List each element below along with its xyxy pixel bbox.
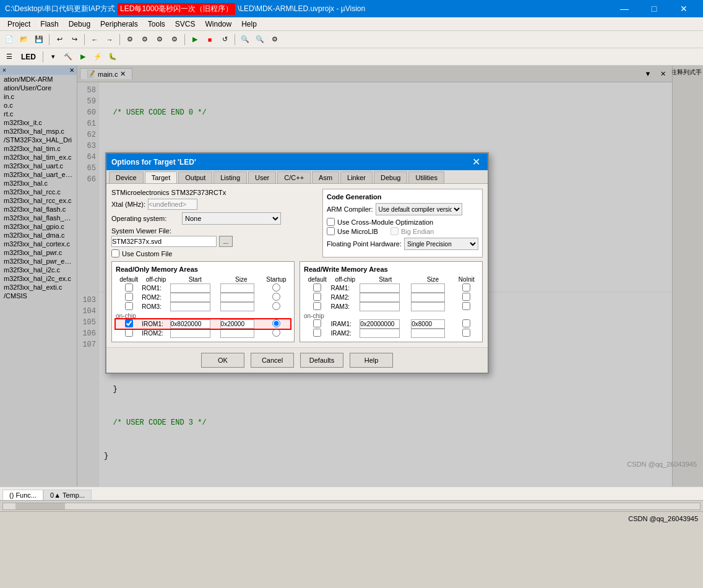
os-select[interactable]: None — [182, 212, 281, 225]
menu-project[interactable]: Project — [2, 19, 35, 30]
tab-cpp[interactable]: C/C++ — [277, 171, 311, 183]
save-btn[interactable]: 💾 — [32, 33, 46, 46]
tab-debug[interactable]: Debug — [374, 171, 407, 183]
menu-flash[interactable]: Flash — [35, 19, 63, 30]
iram1-size-input[interactable] — [411, 319, 445, 329]
rom1-startup-radio[interactable] — [272, 283, 280, 292]
debug-start-btn[interactable]: 🐛 — [106, 50, 119, 64]
minimize-button[interactable]: — — [610, 0, 639, 17]
ram2-default-cb[interactable] — [313, 293, 321, 301]
custom-file-checkbox[interactable] — [111, 249, 119, 257]
tab-utilities[interactable]: Utilities — [408, 171, 444, 183]
iram1-start-input[interactable] — [360, 319, 400, 329]
iram1-noinit-cb[interactable] — [462, 319, 470, 327]
irom1-default-cb[interactable] — [125, 319, 133, 327]
rom3-start-input[interactable] — [170, 302, 210, 311]
fwd-btn[interactable]: → — [103, 33, 116, 46]
scrollbar-track[interactable] — [2, 503, 701, 510]
rom3-startup-radio[interactable] — [272, 302, 280, 310]
ram1-default-cb[interactable] — [313, 283, 321, 292]
build-all-btn[interactable]: ▶ — [76, 50, 90, 64]
tab-asm[interactable]: Asm — [312, 171, 339, 183]
irom1-size-input[interactable] — [220, 319, 254, 329]
reload-btn[interactable]: ↺ — [218, 33, 231, 46]
cancel-button[interactable]: Cancel — [251, 353, 294, 368]
rom2-startup-radio[interactable] — [272, 293, 280, 301]
target-select[interactable]: ▾ — [46, 50, 60, 64]
misc-btn[interactable]: ⚙ — [268, 33, 282, 46]
arm-compiler-select[interactable]: Use default compiler version 5 — [376, 203, 462, 215]
xtal-input[interactable] — [148, 199, 197, 210]
rom3-size-input[interactable] — [220, 302, 254, 311]
close-button[interactable]: ✕ — [670, 0, 698, 17]
iram2-start-input[interactable] — [360, 329, 400, 338]
compile-btn[interactable]: 🔨 — [61, 50, 75, 64]
ram2-start-input[interactable] — [360, 293, 400, 302]
ram2-size-input[interactable] — [411, 293, 445, 302]
flash-btn[interactable]: ⚡ — [91, 50, 105, 64]
rom1-start-input[interactable] — [170, 283, 210, 293]
menu-peripherals[interactable]: Peripherals — [95, 19, 143, 30]
irom2-size-input[interactable] — [220, 329, 254, 338]
irom2-default-cb[interactable] — [125, 329, 133, 337]
ram1-noinit-cb[interactable] — [462, 283, 470, 292]
btn2[interactable]: ⚙ — [138, 33, 152, 46]
ram1-start-input[interactable] — [360, 283, 400, 293]
rom2-start-input[interactable] — [170, 293, 210, 302]
tab-listing[interactable]: Listing — [213, 171, 247, 183]
irom2-startup-radio[interactable] — [272, 329, 280, 337]
iram2-default-cb[interactable] — [313, 329, 321, 337]
help-button[interactable]: Help — [350, 353, 393, 368]
tab-user[interactable]: User — [248, 171, 276, 183]
defaults-button[interactable]: Defaults — [300, 353, 343, 368]
back-btn[interactable]: ← — [88, 33, 101, 46]
maximize-button[interactable]: □ — [640, 0, 668, 17]
svd-input[interactable] — [111, 236, 217, 247]
irom1-startup-radio[interactable] — [272, 319, 280, 327]
tab-output[interactable]: Output — [178, 171, 212, 183]
microlib-checkbox[interactable] — [327, 227, 335, 235]
menu-debug[interactable]: Debug — [64, 19, 95, 30]
zoom-btn[interactable]: 🔍 — [253, 33, 267, 46]
iram2-noinit-cb[interactable] — [462, 329, 470, 337]
redo-btn[interactable]: ↪ — [67, 33, 81, 46]
menu-window[interactable]: Window — [200, 19, 236, 30]
ram2-noinit-cb[interactable] — [462, 293, 470, 301]
rom3-default-cb[interactable] — [125, 302, 133, 310]
build-btn[interactable]: ▶ — [188, 33, 202, 46]
scrollbar-thumb[interactable] — [15, 503, 65, 509]
bigendian-checkbox[interactable] — [390, 227, 399, 235]
tab-device[interactable]: Device — [109, 171, 144, 183]
cross-module-checkbox[interactable] — [327, 218, 335, 226]
iram2-size-input[interactable] — [411, 329, 445, 338]
btn3[interactable]: ⚙ — [153, 33, 166, 46]
search-btn[interactable]: 🔍 — [238, 33, 252, 46]
undo-btn[interactable]: ↩ — [53, 33, 66, 46]
menu-svcs[interactable]: SVCS — [170, 19, 201, 30]
irom2-start-input[interactable] — [170, 329, 210, 338]
ram3-size-input[interactable] — [411, 302, 445, 311]
menu-help[interactable]: Help — [236, 19, 262, 30]
fp-hw-select[interactable]: Single Precision — [404, 238, 478, 250]
irom1-start-input[interactable] — [170, 319, 210, 329]
ok-button[interactable]: OK — [201, 353, 244, 368]
svd-browse-btn[interactable]: ... — [219, 236, 233, 247]
tab-linker[interactable]: Linker — [340, 171, 373, 183]
sidebar-toggle[interactable]: ☰ — [2, 50, 16, 64]
bottom-tab-func[interactable]: () Func... — [2, 490, 43, 500]
dialog-close-button[interactable]: ✕ — [470, 156, 483, 168]
ram3-noinit-cb[interactable] — [462, 302, 470, 310]
rom1-default-cb[interactable] — [125, 283, 133, 292]
new-file-btn[interactable]: 📄 — [2, 33, 16, 46]
open-btn[interactable]: 📂 — [17, 33, 31, 46]
iram1-default-cb[interactable] — [313, 319, 321, 327]
stop-btn[interactable]: ■ — [203, 33, 217, 46]
btn1[interactable]: ⚙ — [123, 33, 137, 46]
tab-target[interactable]: Target — [145, 171, 178, 183]
ram3-default-cb[interactable] — [313, 302, 321, 310]
bottom-tab-temp[interactable]: 0▲ Temp... — [43, 490, 92, 500]
ram1-size-input[interactable] — [411, 283, 445, 293]
menu-tools[interactable]: Tools — [143, 19, 170, 30]
btn4[interactable]: ⚙ — [168, 33, 181, 46]
rom1-size-input[interactable] — [220, 283, 254, 293]
